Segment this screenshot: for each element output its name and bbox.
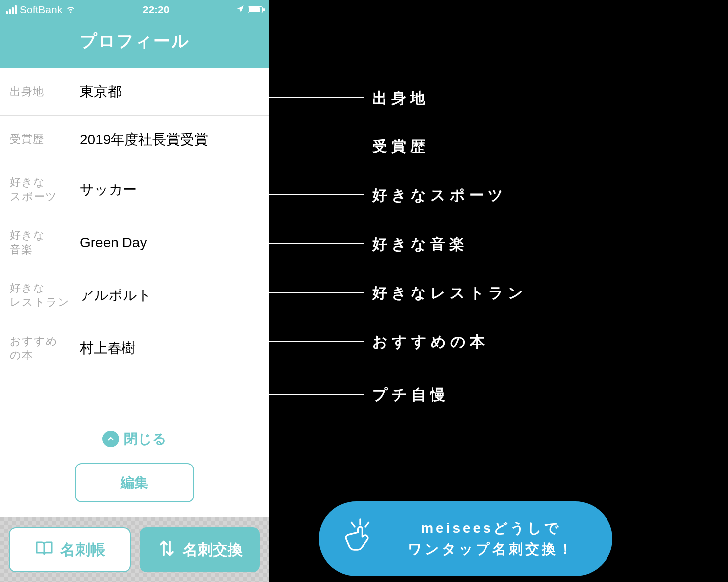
card-book-button[interactable]: 名刺帳 — [9, 527, 131, 572]
profile-row-label: 出身地 — [10, 85, 80, 99]
profile-row[interactable]: 好きな レストランアルポルト — [0, 269, 269, 322]
profile-list: 出身地東京都受賞歴2019年度社長賞受賞好きな スポーツサッカー好きな 音楽Gr… — [0, 68, 269, 415]
callout-line — [269, 194, 364, 195]
profile-row-value: 村上春樹 — [80, 339, 259, 358]
collapse-button[interactable]: 閉じる — [102, 430, 167, 448]
profile-row-label: 好きな 音楽 — [10, 228, 80, 257]
profile-row-value: サッカー — [80, 180, 259, 199]
chevron-up-icon — [102, 431, 119, 447]
status-right — [236, 4, 263, 16]
card-book-label: 名刺帳 — [60, 540, 105, 560]
callout-label: プチ自慢 — [372, 385, 449, 405]
annotations-layer: 出身地受賞歴好きなスポーツ好きな音楽好きなレストランおすすめの本プチ自慢 — [269, 0, 728, 582]
status-time: 22:20 — [76, 4, 236, 16]
cta-text: meiseesどうしで ワンタップ名刺交換！ — [389, 518, 593, 560]
carrier-label: SoftBank — [20, 4, 62, 16]
svg-line-1 — [352, 522, 355, 527]
callout-label: 好きな音楽 — [372, 234, 468, 255]
profile-row-value: 2019年度社長賞受賞 — [80, 130, 259, 149]
page-title: プロフィール — [0, 20, 269, 68]
callout-label: 出身地 — [372, 88, 429, 109]
callout-line — [269, 243, 364, 244]
cellular-signal-icon — [6, 5, 17, 14]
cta-line1: meiseesどうしで — [389, 518, 593, 539]
collapse-row: 閉じる — [0, 415, 269, 458]
book-icon — [35, 539, 53, 561]
profile-row[interactable]: 出身地東京都 — [0, 68, 269, 116]
profile-row[interactable]: 好きな 音楽Green Day — [0, 216, 269, 269]
battery-icon — [248, 6, 263, 13]
profile-row-label: おすすめ の本 — [10, 334, 80, 363]
tap-hand-icon — [343, 518, 377, 560]
profile-row-label: 好きな スポーツ — [10, 175, 80, 204]
status-left: SoftBank — [6, 3, 76, 17]
callout-line — [269, 146, 364, 146]
wifi-icon — [65, 3, 76, 17]
location-icon — [236, 4, 245, 16]
card-exchange-label: 名刺交換 — [183, 540, 243, 560]
collapse-label: 閉じる — [124, 430, 167, 448]
profile-row-value: 東京都 — [80, 82, 259, 101]
callout-label: おすすめの本 — [372, 332, 488, 352]
callout-line — [269, 341, 364, 342]
callout-label: 好きなレストラン — [372, 283, 527, 303]
callout-line — [269, 97, 364, 98]
edit-row: 編集 — [0, 458, 269, 517]
cta-line2: ワンタップ名刺交換！ — [389, 539, 593, 560]
profile-row-value: Green Day — [80, 235, 259, 251]
edit-button[interactable]: 編集 — [75, 463, 194, 502]
callout-line — [269, 394, 364, 395]
callout-label: 受賞歴 — [372, 137, 429, 157]
card-exchange-button[interactable]: 名刺交換 — [140, 527, 260, 572]
cta-pill[interactable]: meiseesどうしで ワンタップ名刺交換！ — [319, 501, 612, 576]
status-bar: SoftBank 22:20 — [0, 0, 269, 20]
profile-row[interactable]: 受賞歴2019年度社長賞受賞 — [0, 116, 269, 163]
profile-row[interactable]: 好きな スポーツサッカー — [0, 163, 269, 216]
profile-row-value: アルポルト — [80, 286, 259, 305]
swap-icon — [158, 539, 176, 561]
callout-line — [269, 292, 364, 293]
phone-frame: SoftBank 22:20 プロフィール 出身地東京都受賞歴2019年度社長賞… — [0, 0, 269, 582]
profile-row-label: 受賞歴 — [10, 132, 80, 146]
bottom-bar: 名刺帳 名刺交換 — [0, 517, 269, 582]
svg-line-2 — [365, 522, 369, 527]
profile-row-label: 好きな レストラン — [10, 281, 80, 309]
profile-row[interactable]: おすすめ の本村上春樹 — [0, 322, 269, 375]
callout-label: 好きなスポーツ — [372, 185, 507, 206]
